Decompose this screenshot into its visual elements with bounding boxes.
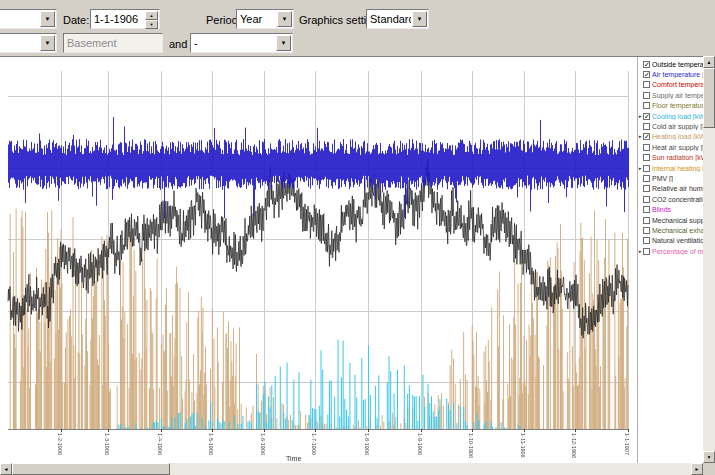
date-label: Date:: [63, 10, 89, 30]
period-combobox[interactable]: Year ▼: [236, 9, 294, 29]
second-series-combobox[interactable]: - ▼: [190, 33, 293, 53]
legend-label: Air temperature [°C]: [652, 71, 703, 78]
legend-item[interactable]: Natural ventilation [m³/h]: [638, 236, 703, 246]
x-tick-label: 1-5-1906: [208, 433, 214, 455]
legend-checkbox[interactable]: [643, 237, 650, 244]
legend-checkbox[interactable]: [643, 175, 650, 182]
chevron-down-icon[interactable]: ▼: [276, 35, 291, 51]
legend-item[interactable]: ►Internal heating load [kW]: [638, 163, 703, 173]
legend-label: Percentage of molten PCM material: [652, 248, 703, 255]
vertical-scrollbar[interactable]: ▲ ▼: [703, 56, 715, 463]
legend-label: Mechanical supply [m³/h]: [652, 217, 703, 224]
chevron-down-icon[interactable]: ▼: [40, 11, 55, 27]
x-tick-label: 1-2-1906: [57, 433, 63, 455]
legend-item[interactable]: ►✓Heating load [kW]: [638, 132, 703, 142]
scroll-left-icon[interactable]: ◄: [0, 463, 12, 475]
legend-label: CO2 concentration [ppm]: [652, 196, 703, 203]
and-label: and: [169, 34, 187, 54]
legend-label: Internal heating load [kW]: [652, 165, 703, 172]
spin-down-icon[interactable]: ▼: [145, 20, 158, 29]
legend-checkbox[interactable]: [643, 196, 650, 203]
legend-item[interactable]: Relative air humidity [%]: [638, 184, 703, 194]
scroll-right-icon[interactable]: ►: [691, 463, 703, 475]
graphics-setting-value: Standard: [370, 10, 411, 28]
legend-checkbox[interactable]: ✓: [643, 71, 650, 78]
legend-checkbox[interactable]: ✓: [643, 61, 650, 68]
legend-label: Floor temperature [°C]: [652, 102, 703, 109]
x-tick-label: 1-4-1906: [157, 433, 163, 455]
x-tick-label: 1-1-1907: [624, 433, 630, 455]
second-series-value: -: [194, 34, 275, 52]
legend-label: Blinds: [652, 206, 671, 213]
legend-label: Supply air temperature [°C]: [652, 92, 703, 99]
date-spinner: ▲ ▼: [145, 11, 158, 27]
x-tick-label: 1-3-1906: [104, 433, 110, 455]
first-series-value: Basement: [67, 34, 159, 52]
legend-label: Cooling load [kW]: [652, 113, 703, 120]
legend-checkbox[interactable]: [643, 248, 650, 255]
chevron-down-icon[interactable]: ▼: [277, 11, 292, 27]
legend-label: Relative air humidity [%]: [652, 185, 703, 192]
scroll-up-icon[interactable]: ▲: [703, 56, 715, 68]
x-tick-label: 1-8-1906: [364, 433, 370, 455]
chart-area: 1-2-19061-3-19061-4-19061-5-19061-6-1906…: [0, 56, 703, 463]
spin-up-icon[interactable]: ▲: [145, 11, 158, 20]
date-field[interactable]: 1-1-1906 ▲ ▼: [90, 9, 160, 29]
x-tick-label: 1-12-1906: [571, 433, 577, 458]
legend-checkbox[interactable]: ✓: [643, 133, 650, 140]
chart-canvas: [0, 57, 703, 463]
legend-checkbox[interactable]: [643, 123, 650, 130]
legend-item[interactable]: Mechanical supply [m³/h]: [638, 215, 703, 225]
zone-combobox[interactable]: ▼: [0, 9, 57, 29]
scrollbar-corner: [703, 463, 715, 475]
x-tick-label: 1-10-1906: [468, 433, 474, 458]
legend-item[interactable]: PMV []: [638, 173, 703, 183]
legend-item[interactable]: Heat air supply [h]: [638, 142, 703, 152]
legend-item[interactable]: Supply air temperature [°C]: [638, 90, 703, 100]
legend-checkbox[interactable]: [643, 92, 650, 99]
legend-checkbox[interactable]: [643, 206, 650, 213]
horizontal-scrollbar[interactable]: ◄ ►: [0, 463, 703, 475]
legend-item[interactable]: Floor temperature [°C]: [638, 101, 703, 111]
legend-label: Cold air supply [h]: [652, 123, 703, 130]
legend-checkbox[interactable]: [643, 102, 650, 109]
legend-item[interactable]: ✓Air temperature [°C]: [638, 69, 703, 79]
legend-item[interactable]: Comfort temperature [°C]: [638, 80, 703, 90]
legend-label: Mechanical exhaust [m³/h]: [652, 227, 703, 234]
legend-item[interactable]: ►✓Cooling load [kW]: [638, 111, 703, 121]
chevron-down-icon[interactable]: ▼: [412, 11, 427, 27]
legend-label: Heat air supply [h]: [652, 144, 703, 151]
legend-checkbox[interactable]: [643, 154, 650, 161]
legend-panel: ✓Outside temperature [°C]✓Air temperatur…: [637, 57, 703, 463]
legend-item[interactable]: ✓Outside temperature [°C]: [638, 59, 703, 69]
vertical-scroll-thumb[interactable]: [703, 68, 715, 128]
legend-item[interactable]: CO2 concentration [ppm]: [638, 194, 703, 204]
parameter-combobox[interactable]: ▼: [0, 33, 57, 53]
legend-item[interactable]: Mechanical exhaust [m³/h]: [638, 225, 703, 235]
scroll-down-icon[interactable]: ▼: [703, 451, 715, 463]
legend-checkbox[interactable]: [643, 81, 650, 88]
legend-item[interactable]: Sun radiation [kW]: [638, 153, 703, 163]
graphics-setting-combobox[interactable]: Standard ▼: [366, 9, 429, 29]
x-tick-label: 1-11-1906: [520, 433, 526, 458]
horizontal-scroll-thumb[interactable]: [12, 463, 170, 475]
first-series-field[interactable]: Basement: [63, 33, 163, 53]
legend-label: Heating load [kW]: [652, 133, 703, 140]
legend-checkbox[interactable]: [643, 227, 650, 234]
toolbar: ▼ Date: 1-1-1906 ▲ ▼ Period: Year ▼ Grap…: [0, 0, 715, 56]
x-axis-title: Time: [286, 455, 301, 462]
x-tick-label: 1-9-1906: [417, 433, 423, 455]
legend-checkbox[interactable]: [643, 185, 650, 192]
legend-item[interactable]: ►Percentage of molten PCM material: [638, 246, 703, 256]
chevron-down-icon[interactable]: ▼: [40, 35, 55, 51]
x-tick-label: 1-7-1906: [311, 433, 317, 455]
legend-label: PMV []: [652, 175, 673, 182]
legend-item[interactable]: Blinds: [638, 204, 703, 214]
date-value[interactable]: 1-1-1906: [94, 10, 144, 28]
legend-item[interactable]: Cold air supply [h]: [638, 121, 703, 131]
legend-checkbox[interactable]: [643, 165, 650, 172]
legend-checkbox[interactable]: [643, 144, 650, 151]
period-value: Year: [240, 10, 276, 28]
legend-checkbox[interactable]: ✓: [643, 113, 650, 120]
legend-checkbox[interactable]: [643, 217, 650, 224]
